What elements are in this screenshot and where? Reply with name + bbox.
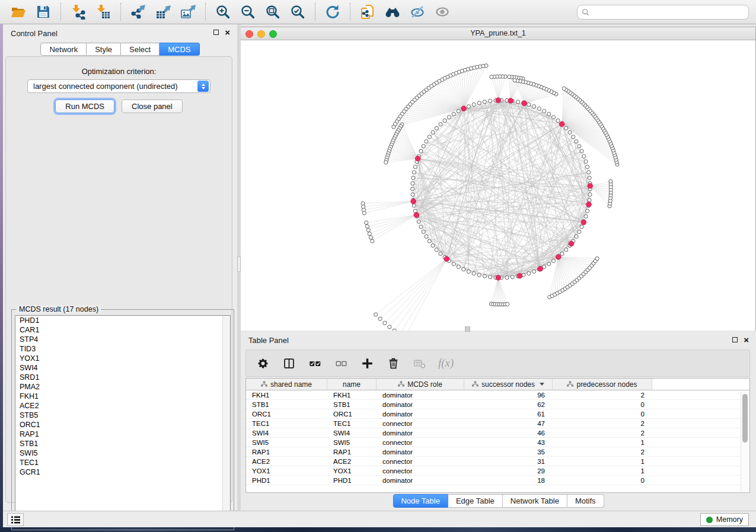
close-panel-button[interactable]: Close panel: [122, 100, 183, 113]
table-cell: ORC1: [246, 409, 327, 418]
table-row[interactable]: PHD1PHD1dominator180: [246, 476, 749, 485]
network-window-titlebar[interactable]: YPA_prune.txt_1: [241, 27, 755, 40]
zoom-out-icon[interactable]: [239, 3, 257, 21]
canvas-split-handle[interactable]: [465, 326, 470, 332]
show-all-icon[interactable]: [433, 3, 451, 21]
mcds-result-node[interactable]: PHD1: [15, 316, 230, 325]
table-cell: 31: [464, 457, 553, 466]
column-header-MCDS-role[interactable]: MCDS role: [377, 379, 464, 390]
table-cell: 43: [464, 438, 553, 447]
tab-network-table[interactable]: Network Table: [503, 494, 567, 508]
create-column-icon[interactable]: [360, 356, 374, 370]
clone-network-icon[interactable]: [359, 3, 377, 21]
tab-select[interactable]: Select: [121, 43, 160, 56]
table-row[interactable]: TEC1TEC1connector472: [246, 419, 749, 428]
table-cell: 2: [553, 428, 652, 437]
zoom-in-icon[interactable]: [214, 3, 232, 21]
show-columns-icon[interactable]: [282, 356, 296, 370]
close-panel-icon[interactable]: ×: [225, 29, 230, 36]
maximize-window-icon[interactable]: [269, 30, 277, 38]
export-table-icon[interactable]: [154, 3, 172, 21]
select-all-rows-icon[interactable]: [308, 356, 322, 370]
function-builder-icon-disabled: f(x): [438, 357, 454, 370]
tab-style[interactable]: Style: [87, 43, 121, 56]
zoom-selected-icon[interactable]: [289, 3, 307, 21]
close-table-panel-icon[interactable]: ×: [744, 336, 749, 343]
mcds-result-node[interactable]: PMA2: [15, 382, 230, 392]
mcds-result-node[interactable]: STB1: [15, 439, 230, 448]
column-header-successor-nodes[interactable]: successor nodes: [464, 379, 553, 390]
table-cell: STB1: [246, 400, 327, 409]
table-scrollbar[interactable]: [741, 391, 749, 492]
table-cell: YOX1: [327, 466, 377, 475]
search-box[interactable]: [577, 5, 749, 20]
mcds-result-node[interactable]: FKH1: [15, 392, 230, 401]
control-panel-tabs: NetworkStyleSelectMCDS: [3, 43, 237, 56]
column-header-name[interactable]: name: [327, 379, 377, 390]
table-cell: ORC1: [327, 409, 377, 418]
tab-network[interactable]: Network: [40, 43, 87, 56]
mcds-result-node[interactable]: SWI5: [15, 448, 230, 458]
mcds-result-node[interactable]: RAP1: [15, 430, 230, 439]
minimize-window-icon[interactable]: [257, 30, 265, 38]
float-panel-icon[interactable]: [213, 30, 219, 35]
mcds-result-node[interactable]: TID3: [15, 344, 230, 354]
table-settings-gear-icon[interactable]: [256, 356, 270, 370]
table-cell: dominator: [377, 447, 464, 456]
mcds-result-list[interactable]: PHD1CAR1STP4TID3YOX1SWI4SRD1PMA2FKH1ACE2…: [15, 315, 231, 526]
network-canvas[interactable]: [241, 40, 755, 331]
refresh-view-icon[interactable]: [324, 3, 342, 21]
tab-edge-table[interactable]: Edge Table: [448, 494, 503, 508]
first-neighbors-icon[interactable]: [384, 3, 401, 21]
mcds-result-node[interactable]: SRD1: [15, 373, 230, 382]
node-table[interactable]: shared namenameMCDS rolesuccessor nodesp…: [245, 378, 750, 493]
save-session-icon[interactable]: [34, 3, 52, 21]
delete-column-trash-icon[interactable]: [386, 356, 400, 370]
mcds-result-node[interactable]: GCR1: [15, 467, 230, 477]
control-panel: Control Panel × NetworkStyleSelectMCDS O…: [3, 24, 237, 511]
close-window-icon[interactable]: [245, 30, 253, 38]
search-input[interactable]: [593, 8, 744, 17]
tab-node-table[interactable]: Node Table: [393, 494, 448, 508]
mcds-result-node[interactable]: CAR1: [15, 325, 230, 335]
deselect-all-rows-icon[interactable]: [334, 356, 348, 370]
optimization-criterion-select[interactable]: largest connected component (undirected): [27, 79, 210, 93]
table-cell: 96: [464, 390, 553, 399]
run-mcds-button[interactable]: Run MCDS: [55, 100, 114, 113]
network-canvas-area: [241, 40, 755, 331]
zoom-fit-icon[interactable]: [264, 3, 282, 21]
table-row[interactable]: SWI4SWI4dominator462: [246, 428, 749, 438]
table-cell: FKH1: [246, 390, 327, 399]
table-row[interactable]: STB1STB1dominator620: [246, 400, 749, 409]
mcds-list-scrollbar[interactable]: [222, 316, 230, 525]
table-scrollbar-thumb[interactable]: [742, 394, 748, 443]
mcds-result-node[interactable]: YOX1: [15, 354, 230, 363]
task-history-button[interactable]: [7, 513, 24, 526]
mcds-result-node[interactable]: SWI4: [15, 363, 230, 373]
column-header-predecessor-nodes[interactable]: predecessor nodes: [553, 379, 652, 390]
open-file-icon[interactable]: [9, 3, 27, 21]
memory-button[interactable]: Memory: [700, 513, 749, 526]
tab-motifs[interactable]: Motifs: [567, 494, 604, 508]
table-row[interactable]: FKH1FKH1dominator962: [246, 390, 749, 400]
export-network-icon[interactable]: [129, 3, 147, 21]
mcds-result-node[interactable]: STB5: [15, 411, 230, 420]
import-network-icon[interactable]: [69, 3, 87, 21]
import-table-icon[interactable]: [94, 3, 112, 21]
table-row[interactable]: RAP1RAP1dominator352: [246, 447, 749, 457]
table-header-row: shared namenameMCDS rolesuccessor nodesp…: [246, 379, 749, 390]
table-row[interactable]: ACE2ACE2connector311: [246, 457, 749, 466]
float-table-panel-icon[interactable]: [732, 337, 738, 342]
hide-selected-icon[interactable]: [409, 3, 426, 21]
tab-mcds[interactable]: MCDS: [160, 43, 199, 56]
mcds-result-node[interactable]: TEC1: [15, 458, 230, 467]
mcds-result-node[interactable]: ORC1: [15, 420, 230, 430]
column-header-shared-name[interactable]: shared name: [246, 379, 327, 390]
table-row[interactable]: SWI5SWI5connector431: [246, 438, 749, 447]
table-row[interactable]: YOX1YOX1connector291: [246, 466, 749, 476]
export-image-icon[interactable]: [179, 3, 197, 21]
mcds-result-node[interactable]: STP4: [15, 335, 230, 344]
mcds-result-node[interactable]: ACE2: [15, 401, 230, 411]
table-row[interactable]: ORC1ORC1dominator610: [246, 409, 749, 419]
table-cell: connector: [377, 438, 464, 447]
